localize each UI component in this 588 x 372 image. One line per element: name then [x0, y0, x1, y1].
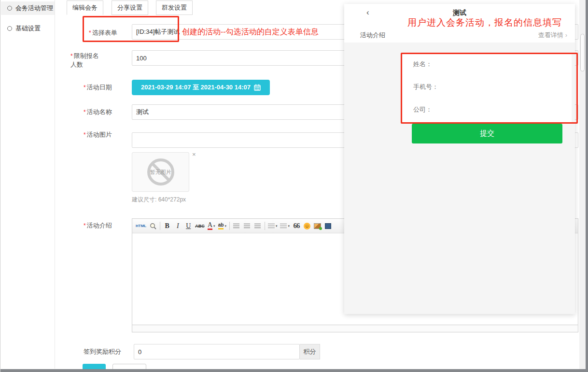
date-range-value: 2021-03-29 14:07 至 2021-04-30 14:07 [141, 83, 251, 92]
toolbar-separator [160, 222, 160, 230]
sidebar: 会务活动管理 基础设置 [1, 0, 55, 369]
annotation-text-registration: 用户进入会务活动，报名的信息填写 [407, 16, 562, 29]
activity-image-label: *活动图片 [84, 130, 112, 139]
insert-image-button[interactable] [314, 221, 322, 231]
blockquote-button[interactable]: 66 [293, 221, 300, 231]
window-bottom-edge [0, 369, 588, 372]
highlight-button[interactable]: ab▾ [218, 221, 226, 231]
view-detail-link[interactable]: 查看详情› [538, 31, 567, 40]
points-unit-addon: 积分 [300, 344, 320, 359]
required-asterisk: * [84, 131, 86, 138]
tab-edit-conference[interactable]: 编辑会务 [67, 0, 103, 15]
tab-label: 分享设置 [117, 3, 142, 12]
no-image-icon: 暂无图片 [147, 158, 174, 186]
sidebar-item-basic-settings[interactable]: 基础设置 [1, 22, 55, 35]
align-left-icon[interactable] [233, 221, 240, 231]
preview-intro-label: 活动介绍 [360, 31, 385, 40]
app-window: 会务活动管理 基础设置 编辑会务 分享设置 群发设置 *选择表单 *限制报名 人… [0, 0, 588, 372]
date-range-button[interactable]: 2021-03-29 14:07 至 2021-04-30 14:07 [132, 80, 270, 95]
toolbar-separator [229, 222, 230, 230]
bold-button[interactable]: B [163, 221, 171, 231]
required-asterisk: * [84, 109, 86, 115]
field-label-company: 公司： [413, 105, 432, 114]
preview-icon[interactable] [149, 221, 157, 231]
font-color-button[interactable]: A▾ [208, 221, 215, 231]
submit-button[interactable]: 提交 [412, 124, 562, 143]
sidebar-item-label: 基础设置 [15, 24, 41, 33]
registration-form-card: 姓名： 手机号： 公司： [403, 53, 572, 123]
image-size-hint: 建议尺寸: 640*272px [132, 196, 186, 204]
select-form-label: *选择表单 [89, 29, 117, 37]
tab-mass-send-settings[interactable]: 群发设置 [156, 0, 193, 15]
sidebar-item-label: 会务活动管理 [15, 4, 53, 13]
window-right-edge [586, 0, 588, 372]
html-source-button[interactable]: HTML [136, 221, 146, 231]
limit-label: *限制报名 人数 [70, 52, 104, 69]
align-center-icon[interactable] [243, 221, 251, 231]
tab-label: 编辑会务 [72, 3, 98, 12]
chevron-right-icon: › [565, 31, 567, 39]
tab-label: 群发设置 [162, 3, 187, 12]
chevron-down-icon: ▾ [213, 224, 215, 228]
tab-share-settings[interactable]: 分享设置 [112, 0, 148, 15]
required-asterisk: * [84, 84, 86, 91]
toolbar-separator [265, 222, 265, 230]
ordered-list-button[interactable]: ▾ [268, 221, 278, 231]
activity-name-label: *活动名称 [84, 108, 112, 116]
required-asterisk: * [70, 53, 73, 59]
underline-button[interactable]: U [184, 221, 192, 231]
required-asterisk: * [84, 222, 86, 229]
insert-media-button[interactable] [324, 221, 332, 231]
italic-button[interactable]: I [174, 221, 182, 231]
editor-resize-bar[interactable] [132, 325, 578, 332]
date-label: *活动日期 [84, 83, 112, 92]
chevron-down-icon: ▾ [224, 224, 226, 228]
no-image-text: 暂无图片 [150, 169, 171, 176]
chevron-down-icon: ▾ [276, 224, 278, 228]
align-right-icon[interactable] [254, 221, 262, 231]
scrollbar-thumb[interactable] [580, 34, 585, 72]
radio-circle-icon [7, 6, 12, 11]
strikethrough-button[interactable]: ABC [195, 221, 205, 231]
checkin-points-label: 签到奖励积分 [84, 347, 121, 356]
image-thumbnail[interactable]: 暂无图片 [132, 152, 189, 192]
remove-image-icon[interactable]: × [192, 151, 196, 158]
mobile-preview-panel: ‹ 测试 活动介绍 查看详情› 姓名： 手机号： 公司： 提交 [344, 4, 575, 314]
field-label-phone: 手机号： [413, 83, 438, 91]
annotation-text-select-form: 创建的活动--勾选活动的自定义表单信息 [182, 27, 319, 37]
required-asterisk: * [89, 29, 91, 36]
emoji-button[interactable]: ☺ [303, 221, 311, 231]
chevron-down-icon: ▾ [288, 224, 290, 228]
radio-circle-icon [7, 26, 12, 31]
activity-intro-label: *活动介绍 [84, 221, 112, 230]
bullet-list-button[interactable]: ▾ [280, 221, 290, 231]
field-label-name: 姓名： [413, 60, 432, 69]
checkin-points-input[interactable] [134, 344, 300, 359]
calendar-icon [254, 84, 261, 91]
sidebar-item-conference-management[interactable]: 会务活动管理 [1, 1, 55, 15]
